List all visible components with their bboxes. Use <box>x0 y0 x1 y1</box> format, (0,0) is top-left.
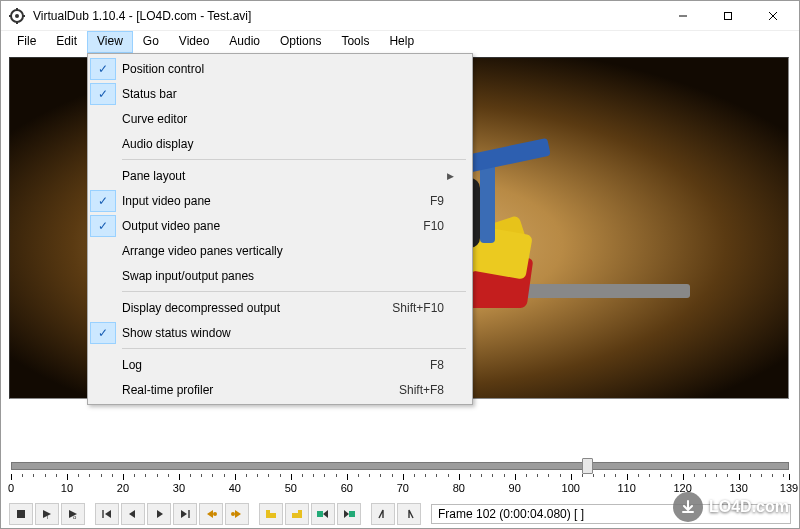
menu-item-log[interactable]: LogF8 <box>90 352 470 377</box>
mark-out-icon <box>402 508 416 520</box>
svg-rect-29 <box>317 511 323 517</box>
close-button[interactable] <box>750 2 795 30</box>
menu-item-label: Pane layout <box>122 169 447 183</box>
menu-file[interactable]: File <box>7 31 46 53</box>
svg-point-23 <box>231 512 235 516</box>
window-title: VirtualDub 1.10.4 - [LO4D.com - Test.avi… <box>33 9 660 23</box>
scene-prev-button[interactable] <box>311 503 335 525</box>
menu-go[interactable]: Go <box>133 31 169 53</box>
chevron-right-icon: ▶ <box>447 171 464 181</box>
mark-in-button[interactable] <box>371 503 395 525</box>
check-icon <box>90 354 116 376</box>
seek-end-icon <box>178 508 192 520</box>
check-icon <box>90 108 116 130</box>
play-out-icon: o <box>66 508 80 520</box>
stop-icon <box>14 508 28 520</box>
view-menu-dropdown: ✓Position control✓Status barCurve editor… <box>87 53 473 405</box>
menu-item-label: Input video pane <box>122 194 430 208</box>
menu-item-show-status-window[interactable]: ✓Show status window <box>90 320 470 345</box>
check-icon: ✓ <box>90 83 116 105</box>
download-icon <box>673 492 703 522</box>
menu-edit[interactable]: Edit <box>46 31 87 53</box>
minimize-button[interactable] <box>660 2 705 30</box>
check-icon: ✓ <box>90 215 116 237</box>
menu-item-arrange-video-panes-vertically[interactable]: Arrange video panes vertically <box>90 238 470 263</box>
menu-item-shortcut: Shift+F8 <box>399 383 464 397</box>
step-fwd-button[interactable] <box>147 503 171 525</box>
menu-item-status-bar[interactable]: ✓Status bar <box>90 81 470 106</box>
mark-in-icon <box>376 508 390 520</box>
maximize-button[interactable] <box>705 2 750 30</box>
svg-marker-24 <box>235 510 241 518</box>
menu-item-real-time-profiler[interactable]: Real-time profilerShift+F8 <box>90 377 470 402</box>
scene-next-icon <box>342 508 356 520</box>
ruler-label: 20 <box>117 482 129 494</box>
ruler-label: 100 <box>562 482 580 494</box>
menu-audio[interactable]: Audio <box>219 31 270 53</box>
menu-item-position-control[interactable]: ✓Position control <box>90 56 470 81</box>
menu-help[interactable]: Help <box>379 31 424 53</box>
check-icon <box>90 165 116 187</box>
ruler-label: 80 <box>453 482 465 494</box>
menu-item-label: Arrange video panes vertically <box>122 244 464 258</box>
menu-separator <box>122 159 466 160</box>
menu-item-display-decompressed-output[interactable]: Display decompressed outputShift+F10 <box>90 295 470 320</box>
step-back-icon <box>126 508 140 520</box>
ruler-label: 110 <box>617 482 635 494</box>
svg-rect-5 <box>22 15 25 17</box>
watermark-text: LO4D.com <box>709 498 789 516</box>
menu-item-label: Curve editor <box>122 112 464 126</box>
mark-a-icon <box>264 508 278 520</box>
seek-end-button[interactable] <box>173 503 197 525</box>
svg-rect-32 <box>349 511 355 517</box>
ruler-label: 0 <box>8 482 14 494</box>
menu-video[interactable]: Video <box>169 31 219 53</box>
play-in-button[interactable]: i <box>35 503 59 525</box>
menu-separator <box>122 291 466 292</box>
menu-item-input-video-pane[interactable]: ✓Input video paneF9 <box>90 188 470 213</box>
svg-point-22 <box>213 512 217 516</box>
watermark: LO4D.com <box>673 492 789 522</box>
svg-rect-28 <box>298 510 302 518</box>
play-out-button[interactable]: o <box>61 503 85 525</box>
key-prev-icon <box>204 508 218 520</box>
mark-out-button[interactable] <box>397 503 421 525</box>
svg-text:i: i <box>47 514 48 520</box>
step-fwd-icon <box>152 508 166 520</box>
menu-item-audio-display[interactable]: Audio display <box>90 131 470 156</box>
svg-rect-4 <box>9 15 12 17</box>
step-back-button[interactable] <box>121 503 145 525</box>
svg-rect-7 <box>724 12 731 19</box>
app-icon <box>9 8 25 24</box>
key-prev-button[interactable] <box>199 503 223 525</box>
menu-item-swap-input-output-panes[interactable]: Swap input/output panes <box>90 263 470 288</box>
key-next-button[interactable] <box>225 503 249 525</box>
menu-item-label: Audio display <box>122 137 464 151</box>
seek-start-button[interactable] <box>95 503 119 525</box>
menu-item-curve-editor[interactable]: Curve editor <box>90 106 470 131</box>
mark-a-button[interactable] <box>259 503 283 525</box>
menu-options[interactable]: Options <box>270 31 331 53</box>
svg-marker-31 <box>344 510 349 518</box>
menu-item-label: Output video pane <box>122 219 423 233</box>
menu-view[interactable]: View <box>87 31 133 53</box>
timeline-track[interactable] <box>11 458 789 474</box>
scene-prev-icon <box>316 508 330 520</box>
check-icon: ✓ <box>90 58 116 80</box>
menu-item-pane-layout[interactable]: Pane layout▶ <box>90 163 470 188</box>
menu-item-label: Show status window <box>122 326 464 340</box>
check-icon <box>90 240 116 262</box>
window-controls <box>660 2 795 30</box>
timeline-thumb[interactable] <box>582 458 593 474</box>
ruler-label: 70 <box>397 482 409 494</box>
menu-item-shortcut: F10 <box>423 219 464 233</box>
scene-next-button[interactable] <box>337 503 361 525</box>
menubar: FileEditViewGoVideoAudioOptionsToolsHelp <box>1 31 799 53</box>
stop-button[interactable] <box>9 503 33 525</box>
menu-tools[interactable]: Tools <box>331 31 379 53</box>
mark-b-button[interactable] <box>285 503 309 525</box>
ruler-label: 30 <box>173 482 185 494</box>
menu-item-output-video-pane[interactable]: ✓Output video paneF10 <box>90 213 470 238</box>
svg-marker-19 <box>181 510 187 518</box>
menu-item-label: Log <box>122 358 430 372</box>
